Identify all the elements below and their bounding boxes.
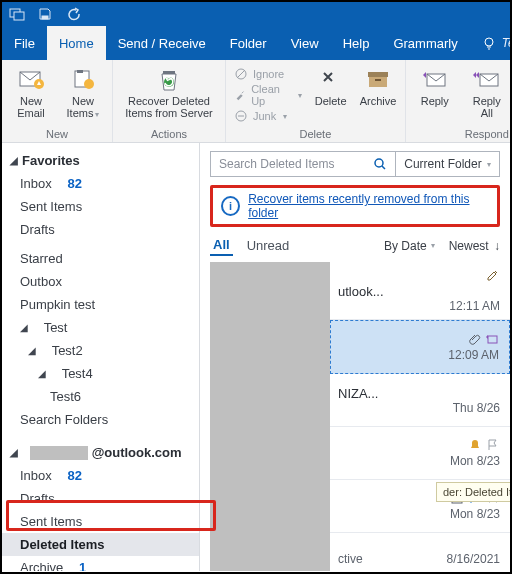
message-item[interactable]: der: Deleted Items Mon 8/23 bbox=[330, 480, 510, 533]
message-time: 8/16/2021 bbox=[447, 552, 500, 566]
filter-row: All Unread By Date▾ Newest ↓ bbox=[210, 235, 500, 256]
svg-rect-13 bbox=[368, 72, 388, 77]
tab-help[interactable]: Help bbox=[331, 26, 382, 60]
undo-icon[interactable] bbox=[64, 5, 82, 23]
svg-rect-2 bbox=[42, 16, 48, 19]
search-input[interactable]: Search Deleted Items bbox=[210, 151, 396, 177]
ribbon-group-label: Respond bbox=[412, 127, 512, 142]
tab-home[interactable]: Home bbox=[47, 26, 106, 60]
recover-deleted-button[interactable]: Recover Deleted Items from Server bbox=[119, 63, 219, 119]
collapse-icon: ◢ bbox=[10, 155, 18, 166]
folder-starred[interactable]: Starred bbox=[2, 247, 199, 270]
window-icon bbox=[8, 5, 26, 23]
ribbon-group-delete: Ignore Clean Up▾ Junk▾ Delete bbox=[226, 60, 406, 142]
attachment-icon bbox=[467, 332, 481, 346]
recover-items-banner: i Recover items recently removed from th… bbox=[210, 185, 500, 227]
cleanup-button[interactable]: Clean Up▾ bbox=[232, 85, 304, 105]
reply-all-button[interactable]: Reply All bbox=[464, 63, 510, 119]
filter-all[interactable]: All bbox=[210, 235, 233, 256]
message-list: utlook... 12:11 AM 12:09 AM NIZA... Thu … bbox=[210, 262, 510, 571]
svg-point-8 bbox=[84, 79, 94, 89]
message-subject: ctive bbox=[338, 552, 363, 566]
ribbon-group-respond: Reply Reply All Forward Respond bbox=[406, 60, 512, 142]
ribbon: New Email New Items▾ New Recover Deleted… bbox=[2, 60, 510, 143]
redacted-text bbox=[30, 446, 88, 460]
folder-drafts-2[interactable]: Drafts bbox=[2, 487, 199, 510]
tab-grammarly[interactable]: Grammarly bbox=[381, 26, 469, 60]
folder-drafts[interactable]: Drafts bbox=[2, 218, 199, 241]
svg-rect-9 bbox=[163, 71, 175, 74]
sort-newest[interactable]: Newest ↓ bbox=[449, 239, 500, 253]
svg-rect-7 bbox=[77, 70, 83, 73]
favorites-header[interactable]: ◢Favorites bbox=[2, 149, 199, 172]
bell-icon bbox=[468, 438, 482, 452]
message-item[interactable]: NIZA... Thu 8/26 bbox=[330, 374, 510, 427]
ribbon-group-actions: Recover Deleted Items from Server Action… bbox=[113, 60, 226, 142]
folder-test2[interactable]: ◢ Test2 bbox=[2, 339, 199, 362]
save-icon[interactable] bbox=[36, 5, 54, 23]
flag-icon bbox=[468, 491, 482, 505]
sort-by-date[interactable]: By Date▾ bbox=[384, 239, 435, 253]
folder-archive[interactable]: Archive 1 bbox=[2, 556, 199, 571]
info-icon: i bbox=[221, 196, 240, 216]
folder-sent-items[interactable]: Sent Items bbox=[2, 195, 199, 218]
search-icon[interactable] bbox=[373, 157, 387, 171]
svg-rect-21 bbox=[452, 494, 462, 503]
folder-test4[interactable]: ◢ Test4 bbox=[2, 362, 199, 385]
calendar-icon bbox=[450, 491, 464, 505]
close-icon[interactable] bbox=[486, 491, 500, 505]
folder-pumpkin-test[interactable]: Pumpkin test bbox=[2, 293, 199, 316]
svg-rect-14 bbox=[369, 77, 387, 87]
tab-view[interactable]: View bbox=[279, 26, 331, 60]
folder-inbox-2[interactable]: Inbox 82 bbox=[2, 464, 199, 487]
reply-button[interactable]: Reply bbox=[412, 63, 458, 107]
recover-items-link[interactable]: Recover items recently removed from this… bbox=[248, 192, 489, 220]
folder-pane: ◢Favorites Inbox 82 Sent Items Drafts St… bbox=[2, 143, 200, 571]
svg-point-19 bbox=[375, 159, 383, 167]
chevron-down-icon: ▾ bbox=[95, 110, 99, 119]
message-item[interactable]: utlook... 12:11 AM bbox=[330, 262, 510, 320]
folder-test6[interactable]: Test6 bbox=[2, 385, 199, 408]
broom-icon bbox=[234, 88, 246, 102]
folder-sent-items-2[interactable]: Sent Items bbox=[2, 510, 199, 533]
tell-me-label: Tell me wh bbox=[502, 36, 512, 50]
tell-me-search[interactable]: Tell me wh bbox=[470, 26, 512, 60]
delete-button[interactable]: Delete bbox=[310, 63, 351, 107]
new-email-button[interactable]: New Email bbox=[8, 63, 54, 119]
message-time: Mon 8/23 bbox=[450, 507, 500, 521]
filter-unread[interactable]: Unread bbox=[247, 238, 290, 253]
message-item[interactable]: ctive 8/16/2021 bbox=[330, 533, 510, 571]
svg-rect-1 bbox=[14, 12, 24, 20]
ribbon-group-new: New Email New Items▾ New bbox=[2, 60, 113, 142]
search-folders[interactable]: Search Folders bbox=[2, 408, 199, 431]
message-time: Thu 8/26 bbox=[453, 401, 500, 415]
search-placeholder: Search Deleted Items bbox=[219, 157, 334, 171]
message-subject: utlook... bbox=[338, 284, 500, 299]
ignore-button[interactable]: Ignore bbox=[232, 64, 304, 84]
message-time: 12:09 AM bbox=[448, 348, 499, 362]
svg-rect-15 bbox=[375, 79, 381, 81]
search-scope-dropdown[interactable]: Current Folder ▾ bbox=[396, 151, 500, 177]
ribbon-group-label: Actions bbox=[119, 127, 219, 142]
lightbulb-icon bbox=[482, 36, 496, 50]
folder-inbox[interactable]: Inbox 82 bbox=[2, 172, 199, 195]
edit-icon bbox=[486, 268, 500, 282]
archive-button[interactable]: Archive bbox=[357, 63, 398, 107]
folder-test[interactable]: ◢ Test bbox=[2, 316, 199, 339]
junk-button[interactable]: Junk▾ bbox=[232, 106, 304, 126]
new-items-button[interactable]: New Items▾ bbox=[60, 63, 106, 121]
flag-icon bbox=[486, 438, 500, 452]
tab-send-receive[interactable]: Send / Receive bbox=[106, 26, 218, 60]
reply-icon bbox=[485, 332, 499, 346]
svg-point-3 bbox=[485, 38, 493, 46]
message-item[interactable]: Mon 8/23 bbox=[330, 427, 510, 480]
message-item[interactable]: 12:09 AM bbox=[330, 320, 510, 374]
message-time: Mon 8/23 bbox=[450, 454, 500, 468]
folder-outbox[interactable]: Outbox bbox=[2, 270, 199, 293]
tab-folder[interactable]: Folder bbox=[218, 26, 279, 60]
account-header[interactable]: ◢ @outlook.com bbox=[2, 441, 199, 464]
message-list-pane: Search Deleted Items Current Folder ▾ i … bbox=[200, 143, 510, 571]
tab-file[interactable]: File bbox=[2, 26, 47, 60]
chevron-down-icon: ▾ bbox=[487, 160, 491, 169]
folder-deleted-items[interactable]: Deleted Items bbox=[2, 533, 199, 556]
